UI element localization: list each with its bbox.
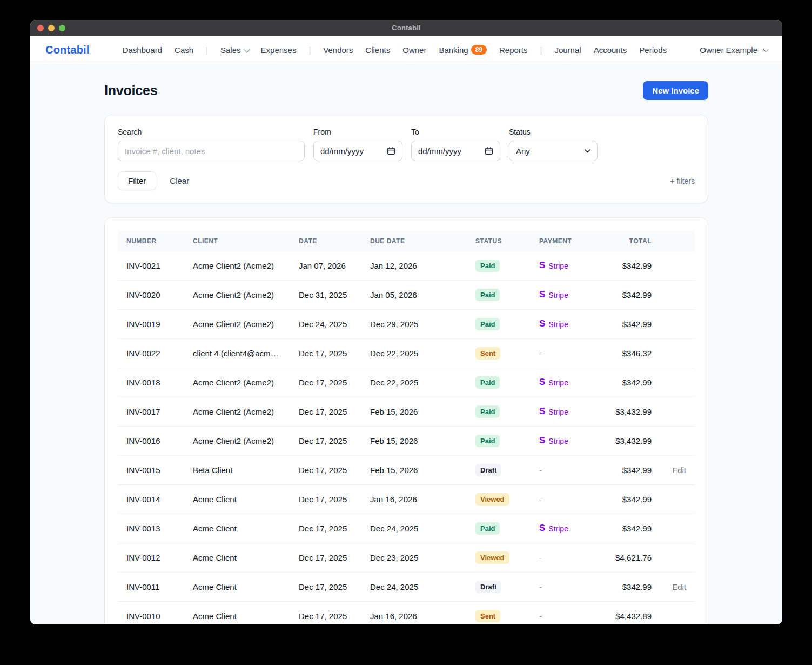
invoice-actions-cell (660, 485, 695, 514)
invoice-actions-cell: Edit (660, 456, 695, 485)
no-payment-dash: - (539, 349, 542, 358)
nav-item-periods[interactable]: Periods (639, 45, 667, 55)
nav-item-clients[interactable]: Clients (365, 45, 390, 55)
invoice-payment-cell: SStripe (531, 310, 606, 339)
to-date-input[interactable]: dd/mm/yyyy (411, 141, 500, 161)
table-row[interactable]: INV-0016 Acme Client2 (Acme2) Dec 17, 20… (118, 427, 695, 456)
stripe-payment: SStripe (539, 524, 598, 533)
invoice-date-cell: Dec 17, 2025 (290, 485, 361, 514)
table-row[interactable]: INV-0014 Acme Client Dec 17, 2025 Jan 16… (118, 485, 695, 514)
invoice-status-cell: Paid (467, 368, 531, 397)
search-field-group: Search (118, 128, 305, 161)
invoice-actions-cell (660, 514, 695, 543)
account-menu[interactable]: Owner Example (700, 45, 767, 55)
nav-item-banking[interactable]: Banking 89 (439, 45, 487, 55)
nav-item-sales[interactable]: Sales (220, 45, 249, 55)
status-badge: Draft (475, 581, 501, 593)
invoice-status-cell: Sent (467, 339, 531, 368)
brand-logo[interactable]: Contabil (45, 44, 90, 56)
invoice-number-cell[interactable]: INV-0014 (118, 485, 184, 514)
clear-button[interactable]: Clear (170, 176, 189, 185)
invoice-actions-cell (660, 310, 695, 339)
invoice-number-cell[interactable]: INV-0020 (118, 281, 184, 310)
invoice-number-cell[interactable]: INV-0015 (118, 456, 184, 485)
new-invoice-button[interactable]: New Invoice (643, 81, 708, 100)
invoice-client-cell: Acme Client2 (Acme2) (184, 281, 290, 310)
invoice-date-cell: Jan 07, 2026 (290, 251, 361, 281)
invoice-number-cell[interactable]: INV-0018 (118, 368, 184, 397)
invoice-number-cell[interactable]: INV-0019 (118, 310, 184, 339)
stripe-label: Stripe (548, 378, 568, 387)
nav-item-sales-label: Sales (220, 45, 241, 55)
invoice-number-cell[interactable]: INV-0022 (118, 339, 184, 368)
nav-item-expenses[interactable]: Expenses (261, 45, 297, 55)
invoice-client-cell: Acme Client (184, 485, 290, 514)
invoice-date-cell: Dec 17, 2025 (290, 543, 361, 573)
invoice-total-cell: $342.99 (606, 485, 660, 514)
nav-item-journal[interactable]: Journal (554, 45, 581, 55)
top-navbar: Contabil Dashboard Cash | Sales Expenses… (30, 36, 782, 64)
status-badge: Viewed (475, 551, 509, 564)
chevron-down-icon (763, 46, 769, 52)
invoice-number-cell[interactable]: INV-0017 (118, 397, 184, 427)
table-row[interactable]: INV-0013 Acme Client Dec 17, 2025 Dec 24… (118, 514, 695, 543)
more-filters-link[interactable]: + filters (670, 177, 695, 185)
nav-item-vendors[interactable]: Vendors (323, 45, 353, 55)
table-row[interactable]: INV-0018 Acme Client2 (Acme2) Dec 17, 20… (118, 368, 695, 397)
nav-item-owner[interactable]: Owner (402, 45, 426, 55)
table-row[interactable]: INV-0011 Acme Client Dec 17, 2025 Dec 24… (118, 573, 695, 602)
from-date-input[interactable]: dd/mm/yyyy (313, 141, 402, 161)
invoice-client-cell: Acme Client2 (Acme2) (184, 427, 290, 456)
filter-button[interactable]: Filter (118, 171, 156, 190)
to-date-value: dd/mm/yyyy (418, 147, 461, 156)
calendar-icon[interactable] (485, 147, 493, 155)
invoice-number-cell[interactable]: INV-0016 (118, 427, 184, 456)
nav-item-dashboard[interactable]: Dashboard (123, 45, 162, 55)
nav-item-accounts[interactable]: Accounts (594, 45, 627, 55)
invoice-number-cell[interactable]: INV-0010 (118, 602, 184, 625)
invoice-total-cell: $342.99 (606, 281, 660, 310)
invoice-status-cell: Draft (467, 456, 531, 485)
status-badge: Sent (475, 347, 500, 360)
table-row[interactable]: INV-0022 client 4 (client4@acme.com) Dec… (118, 339, 695, 368)
invoice-due-date-cell: Jan 05, 2026 (361, 281, 467, 310)
table-row[interactable]: INV-0017 Acme Client2 (Acme2) Dec 17, 20… (118, 397, 695, 427)
invoice-date-cell: Dec 17, 2025 (290, 368, 361, 397)
status-badge: Draft (475, 464, 501, 476)
invoice-client-cell: Acme Client (184, 514, 290, 543)
invoice-number-cell[interactable]: INV-0012 (118, 543, 184, 573)
nav-item-reports[interactable]: Reports (499, 45, 528, 55)
invoice-payment-cell: SStripe (531, 368, 606, 397)
invoice-status-cell: Draft (467, 573, 531, 602)
stripe-icon: S (539, 319, 545, 328)
edit-invoice-link[interactable]: Edit (672, 582, 686, 591)
invoice-status-cell: Paid (467, 310, 531, 339)
status-select[interactable]: Any (509, 141, 598, 161)
invoice-number-cell[interactable]: INV-0011 (118, 573, 184, 602)
invoice-client-cell: Acme Client (184, 543, 290, 573)
status-badge: Paid (475, 318, 500, 330)
invoice-payment-cell: SStripe (531, 397, 606, 427)
invoice-number-cell[interactable]: INV-0021 (118, 251, 184, 281)
col-header-total: TOTAL (606, 231, 660, 251)
invoice-total-cell: $346.32 (606, 339, 660, 368)
status-badge: Viewed (475, 493, 509, 506)
invoice-status-cell: Viewed (467, 485, 531, 514)
edit-invoice-link[interactable]: Edit (672, 466, 686, 475)
calendar-icon[interactable] (387, 147, 395, 155)
invoice-actions-cell: Edit (660, 573, 695, 602)
status-filter-group: Status Any (509, 128, 598, 161)
table-row[interactable]: INV-0012 Acme Client Dec 17, 2025 Dec 23… (118, 543, 695, 573)
window-title: Contabil (30, 24, 782, 32)
nav-item-cash[interactable]: Cash (175, 45, 193, 55)
table-row[interactable]: INV-0019 Acme Client2 (Acme2) Dec 24, 20… (118, 310, 695, 339)
table-row[interactable]: INV-0020 Acme Client2 (Acme2) Dec 31, 20… (118, 281, 695, 310)
invoice-date-cell: Dec 17, 2025 (290, 573, 361, 602)
table-row[interactable]: INV-0015 Beta Client Dec 17, 2025 Feb 15… (118, 456, 695, 485)
table-row[interactable]: INV-0010 Acme Client Dec 17, 2025 Jan 16… (118, 602, 695, 625)
search-input[interactable] (118, 141, 305, 161)
from-label: From (313, 128, 402, 136)
table-row[interactable]: INV-0021 Acme Client2 (Acme2) Jan 07, 20… (118, 251, 695, 281)
invoice-number-cell[interactable]: INV-0013 (118, 514, 184, 543)
account-name: Owner Example (700, 45, 757, 55)
